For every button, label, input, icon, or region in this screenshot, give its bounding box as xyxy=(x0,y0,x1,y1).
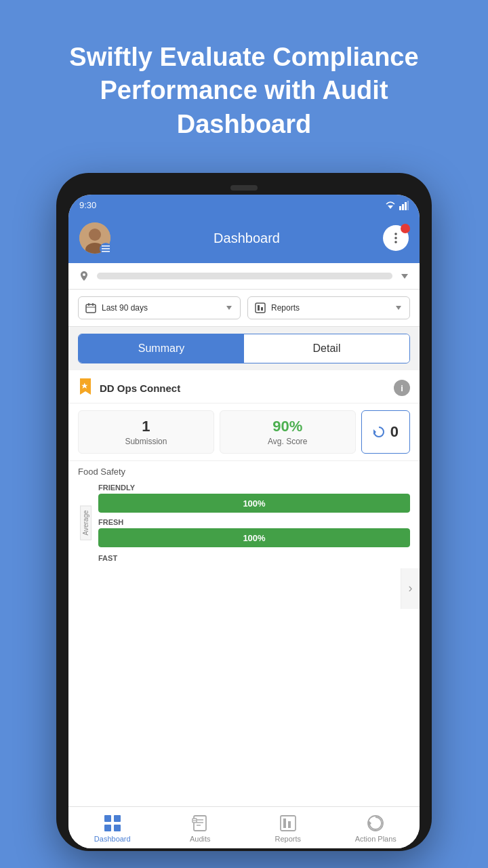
calendar-icon xyxy=(85,302,96,313)
nav-reports[interactable]: Reports xyxy=(244,807,332,848)
friendly-bar-fill: 100% xyxy=(98,494,410,513)
fresh-bar-track: 100% xyxy=(98,528,410,547)
avg-score-label: Avg. Score xyxy=(227,437,348,446)
svg-rect-15 xyxy=(86,304,96,313)
filter-row: Last 90 days Reports xyxy=(68,290,420,327)
info-icon[interactable]: i xyxy=(394,380,410,396)
svg-rect-1 xyxy=(399,206,401,210)
content-area: DD Ops Connect i 1 Submission 90% Avg. S… xyxy=(68,370,420,806)
avg-score-value: 90% xyxy=(227,418,348,435)
audits-nav-label: Audits xyxy=(190,835,211,843)
svg-rect-8 xyxy=(102,245,110,247)
nav-action-plans[interactable]: Action Plans xyxy=(332,807,420,848)
date-dropdown-icon xyxy=(225,304,233,312)
fresh-bar-fill: 100% xyxy=(98,528,410,547)
svg-rect-3 xyxy=(405,202,407,210)
chevron-right[interactable]: › xyxy=(401,568,420,609)
svg-rect-21 xyxy=(258,305,260,311)
submission-label: Submission xyxy=(85,437,207,446)
card-header: DD Ops Connect i xyxy=(68,370,420,403)
friendly-bar-track: 100% xyxy=(98,494,410,513)
avg-score-stat: 90% Avg. Score xyxy=(220,410,356,454)
menu-button[interactable] xyxy=(383,225,409,251)
fresh-label: FRESH xyxy=(98,518,410,526)
reports-nav-label: Reports xyxy=(274,835,301,843)
action-count: 0 xyxy=(390,423,399,441)
tab-row: Summary Detail xyxy=(78,334,410,363)
date-filter[interactable]: Last 90 days xyxy=(78,296,241,319)
svg-point-6 xyxy=(89,229,101,241)
dashboard-icon xyxy=(103,814,122,833)
dropdown-arrow xyxy=(399,271,410,281)
location-icon xyxy=(78,270,90,282)
svg-rect-27 xyxy=(114,815,121,822)
tab-summary[interactable]: Summary xyxy=(79,334,244,363)
svg-point-12 xyxy=(394,237,397,239)
hero-title: Swiftly Evaluate Compliance Performance … xyxy=(0,0,488,161)
svg-point-11 xyxy=(394,233,397,235)
type-dropdown-icon xyxy=(394,304,403,312)
svg-rect-10 xyxy=(102,251,110,252)
submission-value: 1 xyxy=(85,418,207,435)
star-badge xyxy=(78,378,93,397)
svg-marker-23 xyxy=(396,306,401,310)
svg-rect-4 xyxy=(407,201,409,210)
svg-rect-37 xyxy=(283,818,286,828)
card-title: DD Ops Connect xyxy=(100,382,180,394)
date-filter-label: Last 90 days xyxy=(102,303,148,313)
avatar-menu-icon xyxy=(100,243,112,255)
phone-screen: 9:30 xyxy=(68,195,420,848)
svg-rect-26 xyxy=(104,815,111,822)
location-bar[interactable] xyxy=(68,263,420,290)
svg-rect-2 xyxy=(402,204,404,210)
svg-rect-20 xyxy=(256,303,265,313)
nav-dashboard[interactable]: Dashboard xyxy=(68,807,157,848)
svg-rect-9 xyxy=(102,248,110,250)
reports-nav-icon xyxy=(279,814,298,833)
svg-rect-29 xyxy=(114,825,121,831)
avatar[interactable] xyxy=(79,222,110,254)
svg-rect-38 xyxy=(288,821,291,828)
food-safety-label: Food Safety xyxy=(68,461,420,477)
status-icons xyxy=(385,201,409,210)
bottom-nav: Dashboard Audits xyxy=(68,806,420,848)
type-filter-label: Reports xyxy=(271,303,300,313)
type-filter[interactable]: Reports xyxy=(247,296,410,319)
nav-audits[interactable]: Audits xyxy=(157,807,245,848)
reports-icon xyxy=(255,302,266,313)
svg-marker-14 xyxy=(401,274,408,279)
status-bar: 9:30 xyxy=(68,195,420,216)
stats-row: 1 Submission 90% Avg. Score 0 xyxy=(68,403,420,461)
time: 9:30 xyxy=(79,200,96,210)
phone-shell: 9:30 xyxy=(56,173,432,851)
submission-stat: 1 Submission xyxy=(78,410,214,454)
friendly-label: FRIENDLY xyxy=(98,484,410,492)
audits-icon xyxy=(190,814,209,833)
dashboard-nav-label: Dashboard xyxy=(94,835,131,843)
nav-title: Dashboard xyxy=(214,231,280,246)
action-plans-icon xyxy=(366,814,385,833)
fast-label: FAST xyxy=(98,554,410,562)
location-placeholder xyxy=(97,273,392,279)
svg-rect-22 xyxy=(261,307,263,311)
action-box[interactable]: 0 xyxy=(361,410,410,454)
action-icon xyxy=(373,426,385,438)
action-plans-nav-label: Action Plans xyxy=(355,835,396,843)
svg-point-13 xyxy=(394,241,397,243)
notification-dot xyxy=(401,224,410,233)
top-nav: Dashboard xyxy=(68,216,420,263)
average-side-label: Average xyxy=(80,505,92,540)
svg-marker-0 xyxy=(388,205,393,209)
svg-marker-19 xyxy=(226,306,232,310)
tab-detail[interactable]: Detail xyxy=(244,334,409,363)
svg-rect-28 xyxy=(104,825,111,831)
